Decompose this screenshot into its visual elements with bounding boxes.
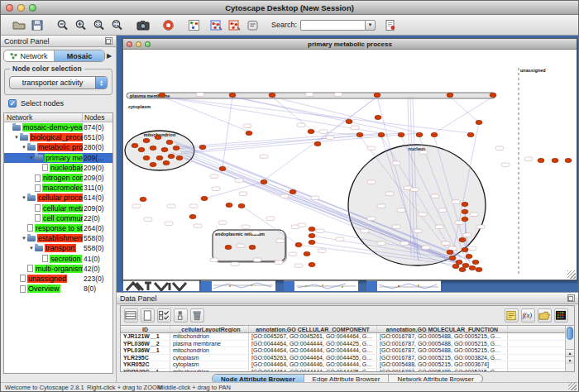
- tab-overflow-arrow-icon[interactable]: ▶: [105, 52, 113, 60]
- attribute-table-icon[interactable]: [124, 308, 138, 323]
- tree-expander-icon[interactable]: ▼: [21, 195, 27, 200]
- view-zoom-button[interactable]: [145, 41, 151, 47]
- tree-expander-icon[interactable]: ▼: [13, 135, 20, 140]
- tree-row[interactable]: cell communicat22(0): [4, 213, 112, 223]
- background-window-edge: [284, 281, 294, 291]
- tree-row[interactable]: multi-organism pro42(0): [4, 264, 112, 274]
- app-resize-grip[interactable]: [568, 382, 577, 390]
- tree-row[interactable]: nitrogen compo209(0): [4, 173, 112, 183]
- tree-row[interactable]: nucleobase-209(0): [4, 163, 112, 173]
- attr-table-body: YJR121W__1mitochondrion[GO:0045267, GO:0…: [121, 333, 565, 371]
- toolbar-icons-left: [11, 17, 263, 33]
- zoom-window-button[interactable]: [29, 4, 36, 12]
- app-title: Cytoscape Desktop (New Session): [225, 3, 354, 12]
- table-row[interactable]: YDR039C__1mitochondrion[GO:0044464, GO:0…: [121, 369, 565, 372]
- float-panel-icon[interactable]: [105, 37, 112, 45]
- search-dropdown-arrow-icon[interactable]: ▼: [365, 20, 376, 31]
- function-builder-icon[interactable]: f(x): [521, 308, 535, 323]
- tree-row[interactable]: response to stimulu264(0): [4, 223, 112, 233]
- tree-row[interactable]: ▼cellular process614(0): [4, 193, 112, 203]
- tree-row[interactable]: ▼establishment of lo558(0): [4, 233, 112, 243]
- help-icon[interactable]: [160, 17, 177, 33]
- table-cell: cytoplasm: [170, 355, 249, 361]
- scroll-up-icon[interactable]: ▲: [566, 349, 574, 356]
- window-resize-grip[interactable]: [567, 270, 576, 279]
- select-nodes-checkbox[interactable]: ✓: [8, 99, 17, 108]
- minimize-window-button[interactable]: [17, 4, 25, 12]
- vizmapper-red-icon[interactable]: [227, 17, 243, 33]
- tree-column-network[interactable]: Network: [4, 113, 83, 122]
- save-session-icon[interactable]: [29, 17, 45, 33]
- tree-row-count: 558(0): [83, 244, 112, 252]
- color-attribute-dropdown[interactable]: transporter activity ▲▼: [9, 76, 108, 89]
- background-window-1[interactable]: [201, 280, 275, 291]
- import-network-icon[interactable]: [382, 17, 399, 33]
- status-bar: Welcome to Cytoscape 2.8.1 Right-click +…: [1, 382, 578, 391]
- close-window-button[interactable]: [6, 4, 13, 12]
- tree-row[interactable]: ▼metabolic process280(0): [4, 142, 112, 152]
- file-icon: [42, 164, 48, 171]
- background-window-2[interactable]: [284, 280, 358, 291]
- file-icon: [27, 265, 33, 272]
- app-titlebar[interactable]: Cytoscape Desktop (New Session): [1, 1, 578, 15]
- table-column-header[interactable]: _cellularLayoutRegion: [170, 326, 249, 332]
- search-input[interactable]: [300, 20, 365, 31]
- scroll-down-icon[interactable]: ▼: [566, 356, 574, 364]
- tree-expander-icon[interactable]: ▼: [21, 236, 27, 241]
- tree-row[interactable]: macromolecule311(0): [4, 183, 112, 193]
- tab-network[interactable]: Network: [4, 50, 54, 61]
- tree-row[interactable]: unassigned223(0): [4, 274, 112, 284]
- open-session-icon[interactable]: [11, 17, 27, 33]
- tree-row[interactable]: secretion41(0): [4, 253, 112, 263]
- background-window-overview[interactable]: [123, 280, 199, 291]
- tree-row[interactable]: cellular metabo209(0): [4, 203, 112, 213]
- tree-row[interactable]: ▼primary metabo209(...: [4, 153, 112, 163]
- unselect-attributes-icon[interactable]: [174, 308, 188, 323]
- scrollbar-thumb[interactable]: [567, 327, 573, 340]
- snapshot-icon[interactable]: [135, 17, 151, 33]
- tree-row[interactable]: ▼biological_process651(0): [4, 132, 112, 142]
- background-network-preview: [294, 281, 357, 291]
- tree-row[interactable]: mosaic-demo-yeast874(0): [4, 122, 112, 132]
- tree-row-count: 22(0): [83, 214, 112, 222]
- import-attributes-icon[interactable]: [538, 308, 552, 323]
- tree-row[interactable]: ▼transport558(0): [4, 243, 112, 253]
- background-window-3[interactable]: [366, 280, 441, 291]
- tree-row-count: 209(0): [83, 174, 112, 182]
- table-row[interactable]: YPL036W__1mitochondrion[GO:0044464, GO:0…: [121, 347, 565, 355]
- table-row[interactable]: YLR295Ccytoplasm[GO:0045263, GO:0044464,…: [121, 355, 565, 362]
- zoom-out-icon[interactable]: [55, 17, 71, 33]
- table-cell: [GO:0016787, GO:0005488, GO:0005215, G…: [377, 347, 508, 354]
- table-scrollbar[interactable]: ▲ ▼: [565, 326, 574, 371]
- table-row[interactable]: YPL036W__2plasma membrane[GO:0044464, GO…: [121, 341, 565, 348]
- new-attribute-icon[interactable]: [141, 308, 155, 323]
- network-view-titlebar[interactable]: primary metabolic process: [123, 39, 577, 50]
- select-attributes-icon[interactable]: [157, 308, 171, 323]
- float-data-panel-icon[interactable]: [567, 294, 575, 302]
- tab-mosaic[interactable]: Mosaic: [54, 50, 104, 61]
- table-row[interactable]: YJR121W__1mitochondrion[GO:0045267, GO:0…: [121, 333, 565, 341]
- annotation-icon[interactable]: [245, 17, 261, 33]
- matrix-view-icon[interactable]: [554, 308, 568, 323]
- tree-expander-icon[interactable]: ▼: [21, 145, 27, 150]
- notes-icon[interactable]: [505, 308, 519, 323]
- tree-expander-icon[interactable]: ▼: [28, 155, 35, 160]
- table-column-header[interactable]: ID: [121, 326, 170, 332]
- network-overview-icon[interactable]: [186, 17, 203, 33]
- view-minimize-button[interactable]: [136, 41, 141, 47]
- tree-column-nodes[interactable]: Nodes: [83, 113, 112, 122]
- zoom-in-icon[interactable]: [73, 17, 89, 33]
- table-row[interactable]: YKR052Ccytoplasm[GO:0044464, GO:0044446,…: [121, 361, 565, 369]
- vizmapper-blue-icon[interactable]: [208, 17, 225, 33]
- table-column-header[interactable]: annotation.GO CELLULAR_COMPONENT: [249, 326, 377, 332]
- network-view-window[interactable]: primary metabolic process plasma membran…: [122, 38, 577, 280]
- network-canvas[interactable]: plasma membranecytoplasmmitochondrionnuc…: [123, 50, 577, 280]
- tree-row[interactable]: Overview8(0): [4, 284, 112, 294]
- table-column-header[interactable]: annotation.GO MOLECULAR_FUNCTION: [377, 326, 508, 332]
- view-close-button[interactable]: [127, 41, 132, 47]
- tree-expander-icon[interactable]: ▼: [28, 246, 35, 251]
- zoom-fit-icon[interactable]: [109, 17, 126, 33]
- tree-row-label: mosaic-demo-yeast: [22, 123, 83, 131]
- delete-attribute-icon[interactable]: [190, 308, 204, 323]
- zoom-selected-icon[interactable]: [91, 17, 108, 33]
